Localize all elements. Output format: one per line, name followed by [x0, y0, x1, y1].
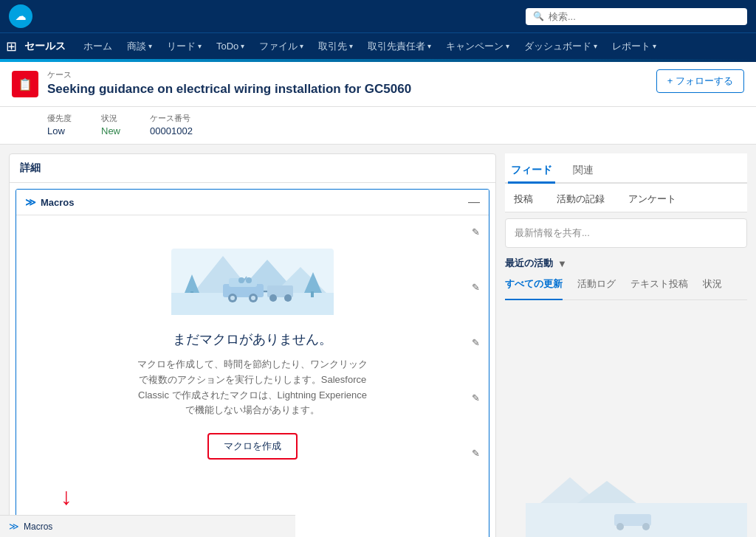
svg-point-10	[230, 296, 235, 300]
bottom-illustration	[505, 474, 747, 537]
macros-illustration	[171, 230, 334, 319]
macros-panel-header: ≫ Macros —	[16, 190, 489, 215]
update-tab-all[interactable]: すべての更新	[505, 277, 563, 300]
update-tabs: すべての更新 活動ログ テキスト投稿 状況	[505, 277, 747, 300]
case-number-value: 00001002	[150, 125, 193, 136]
status-label: 状況	[101, 113, 120, 124]
bottom-macros-label: Macros	[24, 522, 52, 532]
grid-icon[interactable]: ⊞	[6, 38, 17, 55]
search-input[interactable]	[549, 11, 740, 22]
macros-empty-title: まだマクロがありません。	[173, 330, 332, 348]
search-bar[interactable]: 🔍	[526, 8, 747, 25]
nav-item-reports[interactable]: レポート▾	[606, 35, 662, 58]
nav-item-dashboard[interactable]: ダッシュボード▾	[518, 35, 603, 58]
priority-label: 優先度	[47, 113, 72, 124]
macros-expand-icon[interactable]: ≫	[25, 196, 36, 208]
bottom-macros-bar[interactable]: ≫ Macros	[0, 515, 295, 537]
update-tab-status[interactable]: 状況	[703, 277, 722, 295]
macros-empty-content: まだマクロがありません。 マクロを作成して、時間を節約したり、ワンクリックで複数…	[16, 215, 489, 482]
follow-button[interactable]: + フォローする	[656, 69, 744, 93]
case-number-field: ケース番号 00001002	[150, 113, 193, 136]
feed-tabs: フィード 関連	[505, 153, 747, 184]
bottom-macros-expand-icon[interactable]: ≫	[9, 521, 19, 532]
case-number-label: ケース番号	[150, 113, 193, 124]
secondary-navigation: ⊞ セールス ホーム 商談▾ リード▾ ToDo▾ ファイル▾ 取引先▾ 取引先…	[0, 32, 756, 59]
search-icon: 🔍	[533, 11, 544, 21]
recent-activity-dropdown[interactable]: ▼	[557, 258, 567, 269]
update-tab-activity[interactable]: 活動ログ	[577, 277, 616, 295]
svg-point-27	[642, 523, 650, 530]
recent-activity-label: 最近の活動	[505, 257, 553, 270]
subtab-survey[interactable]: アンケート	[622, 190, 682, 212]
macros-panel: ≫ Macros —	[16, 189, 489, 537]
app-name: セールス	[24, 40, 66, 53]
create-macro-button[interactable]: マクロを作成	[207, 433, 298, 460]
macros-label: Macros	[41, 197, 75, 208]
svg-point-17	[269, 294, 277, 302]
case-icon-symbol: 📋	[18, 77, 32, 91]
svg-point-26	[616, 523, 624, 530]
case-header: 📋 ケース Seeking guidance on electrical wir…	[0, 62, 756, 107]
case-breadcrumb: ケース	[47, 69, 411, 80]
nav-item-files[interactable]: ファイル▾	[253, 35, 309, 58]
main-content: 詳細 ≫ Macros —	[0, 145, 756, 537]
svg-point-13	[238, 277, 244, 283]
priority-value: Low	[47, 125, 72, 136]
nav-item-contacts[interactable]: 取引先責任者▾	[362, 35, 437, 58]
svg-point-18	[284, 294, 292, 302]
nav-item-deals[interactable]: 商談▾	[121, 35, 158, 58]
edit-icon-2[interactable]: ✎	[472, 282, 480, 293]
edit-icon-1[interactable]: ✎	[472, 226, 480, 238]
priority-field: 優先度 Low	[47, 113, 72, 136]
case-meta: 優先度 Low 状況 New ケース番号 00001002	[0, 107, 756, 145]
share-box[interactable]: 最新情報を共有...	[505, 218, 747, 248]
macros-empty-desc: マクロを作成して、時間を節約したり、ワンクリックで複数のアクションを実行したりし…	[134, 357, 371, 418]
arrow-down-indicator: ↓	[61, 483, 72, 510]
subtab-post[interactable]: 投稿	[508, 190, 539, 212]
recent-activity-header: 最近の活動 ▼	[505, 257, 747, 270]
edit-icons: ✎ ✎ ✎ ✎ ✎	[472, 226, 480, 459]
edit-icon-4[interactable]: ✎	[472, 392, 480, 403]
left-panel: 詳細 ≫ Macros —	[9, 153, 496, 537]
nav-item-todo[interactable]: ToDo▾	[210, 36, 250, 56]
case-title: Seeking guidance on electrical wiring in…	[47, 82, 411, 97]
update-tab-text[interactable]: テキスト投稿	[630, 277, 688, 295]
nav-item-leads[interactable]: リード▾	[161, 35, 207, 58]
top-navigation: ☁ 🔍	[0, 0, 756, 32]
right-panel: フィード 関連 投稿 活動の記録 アンケート 最新情報を共有... 最近の活動 …	[505, 153, 747, 537]
tab-feed[interactable]: フィード	[508, 159, 555, 184]
salesforce-logo[interactable]: ☁	[9, 4, 32, 28]
svg-point-12	[251, 296, 255, 300]
svg-rect-21	[311, 291, 314, 297]
status-field: 状況 New	[101, 113, 120, 136]
svg-point-14	[246, 277, 252, 283]
nav-item-home[interactable]: ホーム	[78, 35, 118, 58]
edit-icon-5[interactable]: ✎	[472, 448, 480, 459]
minimize-button[interactable]: —	[468, 195, 480, 209]
feed-sub-tabs: 投稿 活動の記録 アンケート	[505, 184, 747, 212]
nav-item-accounts[interactable]: 取引先▾	[312, 35, 359, 58]
status-value: New	[101, 125, 120, 136]
panel-title: 詳細	[10, 154, 495, 183]
tab-related[interactable]: 関連	[570, 159, 597, 184]
edit-icon-3[interactable]: ✎	[472, 337, 480, 348]
subtab-activity-log[interactable]: 活動の記録	[551, 190, 611, 212]
nav-item-campaigns[interactable]: キャンペーン▾	[440, 35, 515, 58]
macros-title: ≫ Macros	[25, 196, 75, 208]
case-icon: 📋	[12, 71, 38, 97]
